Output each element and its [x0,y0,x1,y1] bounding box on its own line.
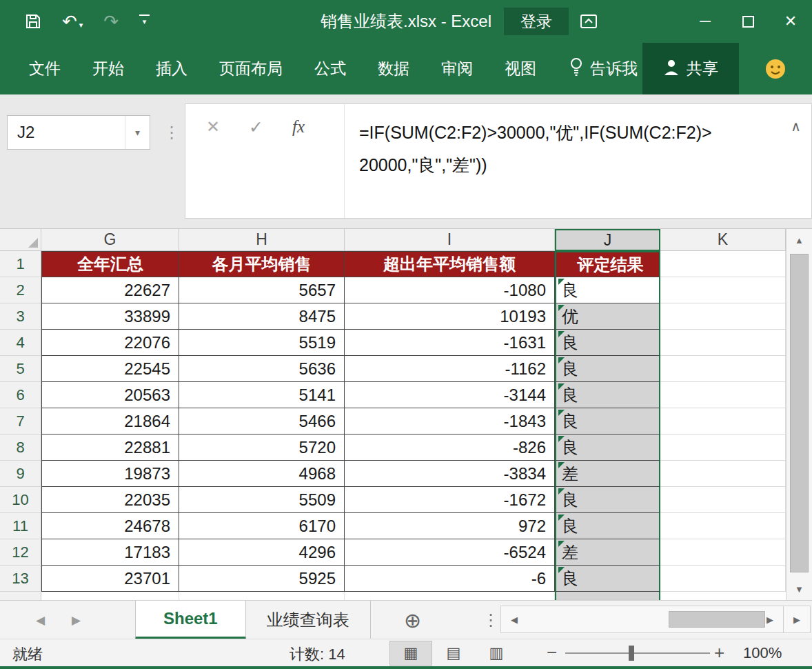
ribbon-display-options-icon[interactable] [579,12,598,34]
cell-G8[interactable]: 22881 [41,435,179,461]
row-header-8[interactable]: 8 [0,435,41,461]
zoom-out-icon[interactable]: − [547,642,557,663]
minimize-button[interactable]: ─ [684,0,727,43]
column-header-G[interactable]: G [41,229,179,251]
cell-H5[interactable]: 5636 [179,356,345,382]
cell-G13[interactable]: 23701 [41,566,179,592]
cell-J9[interactable]: 差 [555,461,660,487]
cell-K6[interactable] [660,382,786,408]
cell-G7[interactable]: 21864 [41,408,179,435]
cell-J7[interactable]: 良 [555,408,660,435]
scroll-left-icon[interactable]: ◀ [501,606,527,632]
vertical-scrollbar[interactable]: ▲ ▼ [786,229,812,600]
column-header-K[interactable]: K [660,229,786,251]
cell-H13[interactable]: 5925 [179,566,345,592]
column-header-H[interactable]: H [179,229,345,251]
cell-G6[interactable]: 20563 [41,382,179,408]
formula-input[interactable]: =IF(SUM(C2:F2)>30000,"优",IF(SUM(C2:F2)> … [359,117,774,181]
cell-G5[interactable]: 22545 [41,356,179,382]
tell-me-box[interactable]: 告诉我 [569,57,638,81]
maximize-button[interactable] [727,0,769,43]
cell-G3[interactable]: 33899 [41,303,179,330]
vertical-scroll-thumb[interactable] [790,254,809,572]
cell-G12[interactable]: 17183 [41,539,179,566]
cell-G9[interactable]: 19873 [41,461,179,487]
column-header-J-selected[interactable]: J [555,229,660,251]
cell-K5[interactable] [660,356,786,382]
row-header-9[interactable]: 9 [0,461,41,487]
redo-icon[interactable]: ↷ [103,11,119,32]
row-header-4[interactable]: 4 [0,330,41,356]
cell-H7[interactable]: 5466 [179,408,345,435]
tab-formulas[interactable]: 公式 [314,58,346,79]
cell-H1[interactable]: 各月平均销售 [179,251,345,277]
zoom-level[interactable]: 100% [743,644,782,662]
tab-view[interactable]: 视图 [505,58,536,79]
cell-J12[interactable]: 差 [555,539,660,566]
tab-home[interactable]: 开始 [92,58,124,79]
row-header-10[interactable]: 10 [0,487,41,513]
tab-file[interactable]: 文件 [29,58,61,79]
tab-insert[interactable]: 插入 [156,58,187,79]
zoom-in-icon[interactable]: + [714,642,724,663]
cell-K11[interactable] [660,513,786,539]
sheet-nav-left-icon[interactable]: ◀ [36,601,45,639]
tab-review[interactable]: 审阅 [441,58,473,79]
cell-I5[interactable]: -1162 [345,356,555,382]
cell-G10[interactable]: 22035 [41,487,179,513]
row-header-1[interactable]: 1 [0,251,41,277]
cell-H8[interactable]: 5720 [179,435,345,461]
cancel-icon[interactable]: ✕ [206,117,220,137]
cell-I7[interactable]: -1843 [345,408,555,435]
column-header-I[interactable]: I [345,229,555,251]
scroll-right-end-icon[interactable]: ▶ [784,606,810,632]
cell-I4[interactable]: -1631 [345,330,555,356]
customize-qat-icon[interactable]: ▾ [139,14,150,29]
cell-G4[interactable]: 22076 [41,330,179,356]
tab-page-layout[interactable]: 页面布局 [219,58,283,79]
cell-H9[interactable]: 4968 [179,461,345,487]
page-layout-view-icon[interactable]: ▤ [432,641,475,666]
cell-H12[interactable]: 4296 [179,539,345,566]
cell-J11[interactable]: 良 [555,513,660,539]
cell-K1[interactable] [660,251,786,277]
cell-K4[interactable] [660,330,786,356]
row-header-11[interactable]: 11 [0,513,41,539]
row-header-2[interactable]: 2 [0,277,41,303]
cell-K2[interactable] [660,277,786,303]
row-header-7[interactable]: 7 [0,408,41,435]
share-button[interactable]: 共享 [642,43,739,94]
cell-H2[interactable]: 5657 [179,277,345,303]
row-header-13[interactable]: 13 [0,566,41,592]
cell-I6[interactable]: -3144 [345,382,555,408]
sheet-tab-sheet1[interactable]: Sheet1 [135,601,246,639]
horizontal-scroll-thumb[interactable] [669,611,765,628]
feedback-smiley-button[interactable] [739,43,812,94]
cell-H4[interactable]: 5519 [179,330,345,356]
scroll-down-icon[interactable]: ▼ [786,578,812,600]
collapse-formula-bar-icon[interactable]: ∧ [791,118,801,134]
cell-I9[interactable]: -3834 [345,461,555,487]
normal-view-icon[interactable]: ▦ [389,641,432,666]
cell-I2[interactable]: -1080 [345,277,555,303]
select-all-corner[interactable] [0,229,41,251]
enter-icon[interactable]: ✓ [249,117,263,137]
cell-J6[interactable]: 良 [555,382,660,408]
cell-K8[interactable] [660,435,786,461]
name-box[interactable]: J2 ▾ [7,115,150,150]
cell-I13[interactable]: -6 [345,566,555,592]
page-break-view-icon[interactable]: ▥ [475,641,518,666]
sign-in-button[interactable]: 登录 [504,8,569,35]
cell-J8[interactable]: 良 [555,435,660,461]
cell-J1[interactable]: 评定结果 [555,251,660,277]
cell-G2[interactable]: 22627 [41,277,179,303]
cell-K12[interactable] [660,539,786,566]
cell-J13[interactable]: 良 [555,566,660,592]
new-sheet-icon[interactable]: ⊕ [404,601,421,639]
cell-H3[interactable]: 8475 [179,303,345,330]
cell-I1[interactable]: 超出年平均销售额 [345,251,555,277]
cell-K3[interactable] [660,303,786,330]
row-header-12[interactable]: 12 [0,539,41,566]
horizontal-scroll-track[interactable] [527,606,757,632]
scroll-up-icon[interactable]: ▲ [786,229,812,251]
